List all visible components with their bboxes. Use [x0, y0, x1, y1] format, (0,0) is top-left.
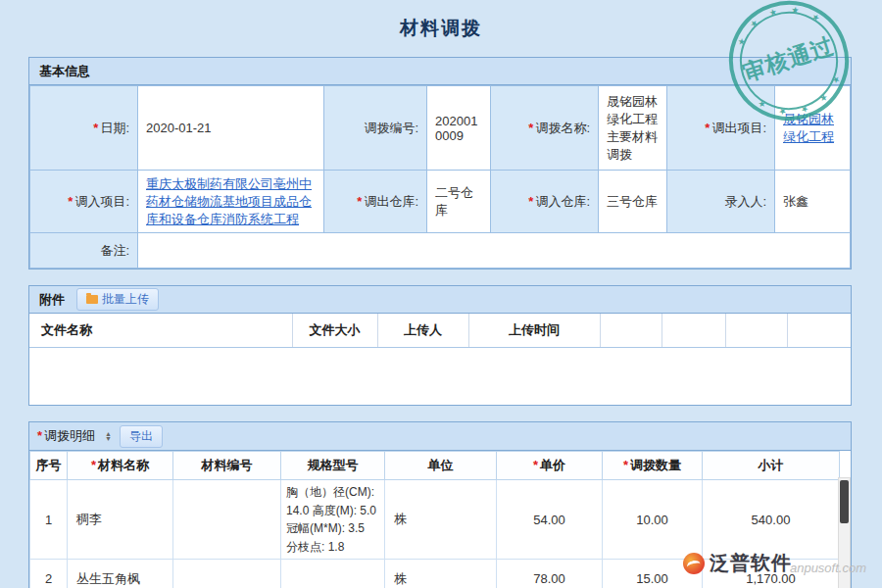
col-qty: *调拨数量 [603, 452, 703, 480]
info-row: 备注: [30, 233, 851, 269]
cell-subtotal: 540.00 [703, 480, 840, 560]
out-project-cell: 晟铭园林绿化工程 [775, 86, 851, 171]
attachments-header: 附件 批量上传 [29, 286, 851, 314]
column-label: 调拨数量 [630, 458, 681, 472]
cell-unit: 株 [385, 480, 497, 560]
out-warehouse-value: 二号仓库 [427, 171, 491, 233]
cell-seq: 1 [30, 480, 68, 560]
in-warehouse-value: 三号仓库 [599, 171, 667, 233]
column-label: 材料名称 [98, 458, 149, 472]
scrollbar-thumb[interactable] [840, 480, 849, 523]
field-label: 调入仓库: [535, 194, 590, 209]
transfer-no-label-cell: 调拨编号: [324, 86, 427, 171]
field-label: 调拨名称: [535, 121, 590, 135]
cell-material-code [173, 480, 281, 560]
in-warehouse-label-cell: *调入仓库: [491, 171, 599, 233]
basic-info-header: 基本信息 [29, 58, 851, 85]
transfer-no-value: 2020010009 [427, 86, 491, 171]
brand-name: 泛普软件 [710, 550, 792, 576]
recorder-value: 张鑫 [775, 171, 851, 233]
date-label-cell: *日期: [30, 86, 138, 171]
cell-material-name: 丛生五角枫 [68, 560, 173, 588]
cell-price: 54.00 [497, 480, 603, 560]
required-mark: * [623, 458, 628, 472]
column-label: 单价 [540, 458, 565, 472]
transfer-name-value: 晟铭园林绿化工程主要材料调拨 [599, 86, 667, 171]
required-mark: * [705, 121, 710, 135]
basic-info-table: *日期: 2020-01-21 调拨编号: 2020010009 *调拨名称: … [29, 85, 851, 269]
col-uploader: 上传人 [377, 314, 468, 348]
col-material-name: *材料名称 [68, 452, 173, 480]
page-title: 材料调拨 [0, 0, 882, 41]
col-spec: 规格型号 [281, 452, 385, 480]
remark-value [138, 233, 851, 269]
col-seq: 序号 [30, 452, 68, 480]
cell-material-code [173, 560, 281, 588]
remark-label-cell: 备注: [30, 233, 138, 269]
cell-unit: 株 [385, 560, 497, 588]
cell-spec: 胸（地）径(CM): 14.0 高度(M): 5.0 冠幅(M*M): 3.5 … [281, 480, 385, 560]
col-file-name: 文件名称 [29, 314, 292, 348]
details-toolbar: *调拨明细 ▲ ▼ 导出 [29, 422, 851, 451]
col-empty [600, 314, 662, 348]
table-row: 1 稠李 胸（地）径(CM): 14.0 高度(M): 5.0 冠幅(M*M):… [30, 480, 840, 560]
attachments-header-row: 文件名称 文件大小 上传人 上传时间 [29, 314, 851, 348]
field-label: 调拨编号: [364, 121, 418, 135]
cell-spec [281, 560, 385, 588]
transfer-name-label-cell: *调拨名称: [491, 86, 599, 171]
cell-material-name: 稠李 [68, 480, 173, 560]
in-project-link[interactable]: 重庆太极制药有限公司亳州中药材仓储物流基地项目成品仓库和设备仓库消防系统工程 [146, 176, 312, 226]
required-mark: * [68, 194, 73, 209]
sort-down-icon: ▼ [105, 436, 112, 441]
col-subtotal: 小计 [703, 452, 840, 480]
upload-icon [86, 295, 98, 304]
out-project-link[interactable]: 晟铭园林绿化工程 [783, 112, 834, 144]
details-title: *调拨明细 [37, 427, 95, 445]
info-row: *调入项目: 重庆太极制药有限公司亳州中药材仓储物流基地项目成品仓库和设备仓库消… [30, 171, 851, 233]
cell-price: 78.00 [497, 560, 603, 588]
required-mark: * [37, 428, 42, 443]
field-label: 调入项目: [74, 194, 129, 209]
basic-info-section: 基本信息 *日期: 2020-01-21 调拨编号: 2020010009 *调… [28, 57, 852, 270]
col-unit: 单位 [385, 452, 497, 480]
recorder-label-cell: 录入人: [667, 171, 775, 233]
export-label: 导出 [129, 428, 153, 445]
field-label: 调出项目: [711, 121, 766, 135]
page: 材料调拨 ★ ★ ★ ★ ★ ★ ★ ★ ★ ★ 审核通过 基本信息 *日期: [0, 0, 882, 588]
col-empty [662, 314, 725, 348]
col-empty [725, 314, 787, 348]
required-mark: * [533, 458, 538, 472]
cell-seq: 2 [30, 560, 68, 588]
col-price: *单价 [497, 452, 603, 480]
out-warehouse-label-cell: *调出仓库: [324, 171, 427, 233]
attachments-table: 文件名称 文件大小 上传人 上传时间 [29, 314, 851, 348]
col-empty [787, 314, 851, 348]
attachments-empty-body [29, 348, 851, 405]
field-label: 调出仓库: [364, 194, 418, 209]
info-row: *日期: 2020-01-21 调拨编号: 2020010009 *调拨名称: … [30, 86, 851, 171]
in-project-label-cell: *调入项目: [30, 171, 138, 233]
col-file-size: 文件大小 [292, 314, 377, 348]
required-mark: * [93, 121, 98, 135]
sort-icon[interactable]: ▲ ▼ [105, 431, 112, 441]
field-label: 备注: [100, 243, 129, 258]
field-label: 日期: [100, 121, 129, 135]
field-label: 录入人: [724, 194, 766, 209]
details-header-row: 序号 *材料名称 材料编号 规格型号 单位 *单价 *调拨数量 小计 [30, 452, 840, 480]
col-material-code: 材料编号 [173, 452, 281, 480]
batch-upload-label: 批量上传 [102, 291, 149, 308]
fanpu-brand: 泛普软件 anpusoft.com [683, 550, 866, 576]
required-mark: * [357, 194, 362, 209]
fanpu-logo-icon [683, 553, 705, 574]
brand-watermark: anpusoft.com [790, 561, 866, 575]
section-title: 附件 [39, 291, 65, 309]
required-mark: * [91, 458, 96, 472]
attachments-section: 附件 批量上传 文件名称 文件大小 上传人 上传时间 [28, 285, 852, 406]
date-value: 2020-01-21 [138, 86, 324, 171]
col-upload-time: 上传时间 [468, 314, 600, 348]
batch-upload-button[interactable]: 批量上传 [76, 288, 159, 311]
required-mark: * [528, 121, 533, 135]
section-title: 调拨明细 [44, 428, 95, 443]
export-button[interactable]: 导出 [120, 425, 163, 448]
required-mark: * [528, 194, 533, 209]
